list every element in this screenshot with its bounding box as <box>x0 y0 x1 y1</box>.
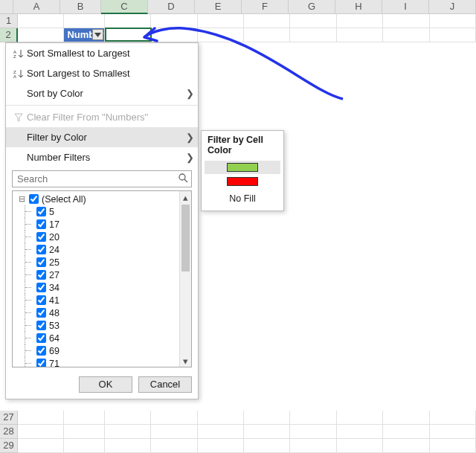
ok-button[interactable]: OK <box>79 376 132 393</box>
scrollbar[interactable]: ▴ ▾ <box>179 191 191 367</box>
cell-B29[interactable] <box>64 439 104 453</box>
cell-F1[interactable] <box>244 14 290 28</box>
cell-A1[interactable] <box>18 14 64 28</box>
column-header-F[interactable]: F <box>242 0 289 14</box>
cell-J29[interactable] <box>430 439 476 453</box>
filter-value-item[interactable]: 69 <box>17 344 179 357</box>
filter-value-checkbox[interactable] <box>36 257 46 267</box>
cell-A28[interactable] <box>18 425 64 439</box>
scroll-down-icon[interactable]: ▾ <box>180 355 191 367</box>
cell-I27[interactable] <box>383 411 429 425</box>
filter-value-item[interactable]: 41 <box>17 294 179 306</box>
cell-D28[interactable] <box>151 425 197 439</box>
cell-B1[interactable] <box>64 14 104 28</box>
filter-value-checkbox[interactable] <box>36 283 46 292</box>
cell-J1[interactable] <box>430 14 476 28</box>
cell-G1[interactable] <box>290 14 336 28</box>
filter-value-item[interactable]: 20 <box>17 231 179 243</box>
filter-dropdown-button[interactable] <box>92 29 103 40</box>
cancel-button[interactable]: Cancel <box>138 376 192 393</box>
row-header-28[interactable]: 28 <box>0 425 18 439</box>
filter-value-item[interactable]: ⊟(Select All) <box>17 193 179 205</box>
cell-E29[interactable] <box>198 439 244 453</box>
filter-value-checkbox[interactable] <box>36 232 46 242</box>
filter-value-checkbox[interactable] <box>36 219 46 229</box>
no-fill-option[interactable]: No Fill <box>202 189 283 206</box>
cell-C2[interactable] <box>105 28 151 42</box>
scroll-up-icon[interactable]: ▴ <box>180 191 191 203</box>
filter-value-item[interactable]: 5 <box>17 205 179 218</box>
filter-value-item[interactable]: 53 <box>17 319 179 332</box>
cell-E1[interactable] <box>198 14 244 28</box>
cell-G29[interactable] <box>290 439 336 453</box>
filter-value-checkbox[interactable] <box>36 245 46 254</box>
cell-G27[interactable] <box>290 411 336 425</box>
cell-C1[interactable] <box>105 14 151 28</box>
row-header-1[interactable]: 1 <box>0 14 18 28</box>
cell-F2[interactable] <box>244 28 290 42</box>
column-header-G[interactable]: G <box>289 0 335 14</box>
column-header-C[interactable]: C <box>101 0 148 14</box>
row-header-27[interactable]: 27 <box>0 411 18 425</box>
sort-by-color-item[interactable]: Sort by Color ❯ <box>6 83 198 103</box>
filter-value-checkbox[interactable] <box>29 194 39 204</box>
column-header-H[interactable]: H <box>335 0 382 14</box>
cell-E2[interactable] <box>198 28 244 42</box>
column-header-J[interactable]: J <box>429 0 476 14</box>
cell-D2[interactable] <box>151 28 197 42</box>
filter-value-checkbox[interactable] <box>36 207 46 216</box>
filter-by-color-item[interactable]: Filter by Color ❯ <box>6 127 198 147</box>
cell-I28[interactable] <box>383 425 429 439</box>
cell-G2[interactable] <box>290 28 336 42</box>
color-swatch-option[interactable] <box>205 175 280 188</box>
cell-H1[interactable] <box>337 14 383 28</box>
column-header-B[interactable]: B <box>60 0 101 14</box>
filter-value-item[interactable]: 27 <box>17 269 179 281</box>
select-all-corner[interactable] <box>0 0 13 14</box>
cell-J2[interactable] <box>430 28 476 42</box>
cell-C29[interactable] <box>105 439 151 453</box>
filter-value-checkbox[interactable] <box>36 346 46 356</box>
filter-value-checkbox[interactable] <box>36 308 46 318</box>
sort-descending-item[interactable]: ZA Sort Largest to Smallest <box>6 63 198 83</box>
cell-J27[interactable] <box>430 411 476 425</box>
filter-value-item[interactable]: 24 <box>17 243 179 256</box>
cell-A27[interactable] <box>18 411 64 425</box>
filter-value-item[interactable]: 64 <box>17 332 179 344</box>
cell-C27[interactable] <box>105 411 151 425</box>
filter-value-checkbox[interactable] <box>36 295 46 305</box>
scroll-thumb[interactable] <box>181 205 190 272</box>
cell-J28[interactable] <box>430 425 476 439</box>
cell-I2[interactable] <box>383 28 429 42</box>
sort-ascending-item[interactable]: AZ Sort Smallest to Largest <box>6 43 198 63</box>
cell-H27[interactable] <box>337 411 383 425</box>
cell-H2[interactable] <box>337 28 383 42</box>
column-header-I[interactable]: I <box>382 0 429 14</box>
cell-D29[interactable] <box>151 439 197 453</box>
filter-search-input[interactable] <box>16 173 178 185</box>
color-swatch-option[interactable] <box>205 161 280 174</box>
cell-E27[interactable] <box>198 411 244 425</box>
cell-B28[interactable] <box>64 425 104 439</box>
filter-search[interactable] <box>12 170 192 187</box>
cell-G28[interactable] <box>290 425 336 439</box>
filter-value-checkbox[interactable] <box>36 270 46 280</box>
row-header-29[interactable]: 29 <box>0 439 18 453</box>
cell-I29[interactable] <box>383 439 429 453</box>
row-header-2[interactable]: 2 <box>0 28 18 42</box>
column-header-D[interactable]: D <box>148 0 195 14</box>
filter-value-checkbox[interactable] <box>36 321 46 330</box>
filter-value-item[interactable]: 17 <box>17 218 179 231</box>
cell-F29[interactable] <box>244 439 290 453</box>
cell-F27[interactable] <box>244 411 290 425</box>
column-header-E[interactable]: E <box>195 0 242 14</box>
filter-value-checkbox[interactable] <box>36 359 46 367</box>
number-filters-item[interactable]: Number Filters ❯ <box>6 147 198 167</box>
cell-B2[interactable]: Numbers <box>64 28 104 42</box>
filter-value-item[interactable]: 34 <box>17 281 179 294</box>
cell-D27[interactable] <box>151 411 197 425</box>
filter-value-item[interactable]: 71 <box>17 357 179 367</box>
cell-C28[interactable] <box>105 425 151 439</box>
filter-value-checkbox[interactable] <box>36 333 46 343</box>
filter-value-item[interactable]: 48 <box>17 306 179 319</box>
